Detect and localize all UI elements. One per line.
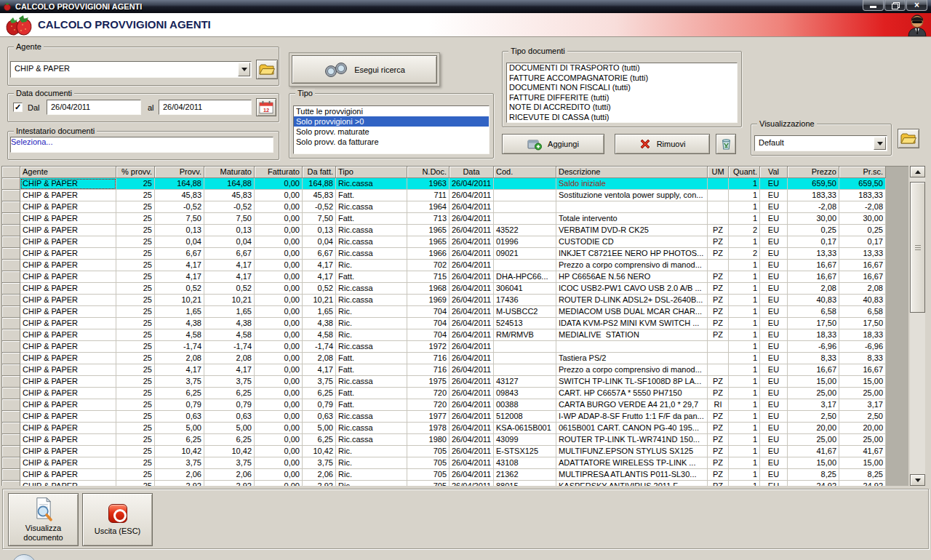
tipo-documenti-listbox[interactable]: DOCUMENTI DI TRASPORTO (tutti)FATTURE AC… [506,63,738,123]
vertical-scrollbar[interactable] [910,166,925,486]
minimize-button[interactable] [863,0,884,11]
restore-button[interactable] [884,0,906,11]
row-selector[interactable] [2,306,20,318]
table-row[interactable]: CHIP & PAPER252,062,060,002,06Ric.70526/… [2,469,886,481]
table-row[interactable]: CHIP & PAPER256,256,250,006,25Ric.cassa1… [2,434,886,446]
table-row[interactable]: CHIP & PAPER254,174,170,004,17Fatt.71626… [2,364,886,376]
scroll-down-button[interactable] [910,474,925,486]
table-row[interactable]: CHIP & PAPER25-0,52-0,520,00-0,52Ric.cas… [2,201,886,213]
table-row[interactable]: CHIP & PAPER252,082,080,002,08Fatt.71626… [2,353,886,364]
tipo-option[interactable]: Solo provv. da fatturare [294,137,489,147]
visualizza-documento-button[interactable]: Visualizza documento [8,493,79,546]
row-selector[interactable] [2,190,20,201]
column-header[interactable]: Pr.sc. [839,167,886,178]
tipo-documenti-option[interactable]: FATTURE ACCOMPAGNATORIE (tutti) [507,73,737,84]
esegui-ricerca-button[interactable]: Esegui ricerca [292,55,437,84]
tipo-option[interactable]: Solo provvigioni >0 [294,116,489,127]
row-selector[interactable] [2,364,20,376]
row-selector[interactable] [2,411,20,423]
clear-list-button[interactable] [716,134,736,154]
rimuovi-button[interactable]: Rimuovi [615,134,710,154]
title-bar[interactable]: CALCOLO PROVVIGIONI AGENTI × [0,0,931,13]
row-selector[interactable] [2,423,20,434]
table-row[interactable]: CHIP & PAPER254,174,170,004,17Ric.70226/… [2,260,886,271]
row-selector[interactable] [2,434,20,446]
aggiungi-button[interactable]: Aggiungi [502,134,604,154]
dropdown-arrow-icon[interactable] [874,137,886,150]
agente-folder-button[interactable] [256,60,278,79]
visualizzazione-folder-button[interactable] [898,129,919,148]
scrollbar-thumb[interactable] [910,182,925,313]
tipo-documenti-option[interactable]: FATTURE DIFFERITE (tutti) [507,93,737,103]
column-header[interactable]: Cod. [494,167,556,178]
table-row[interactable]: CHIP & PAPER250,790,790,000,79Fatt.72026… [2,399,886,411]
date-to-input[interactable]: 26/04/2011 [159,100,252,115]
table-row[interactable]: CHIP & PAPER251,651,650,001,65Ric.70426/… [2,306,886,318]
row-selector[interactable] [2,248,20,260]
column-header[interactable]: Val [760,167,788,178]
row-selector[interactable] [2,271,20,283]
column-header[interactable]: UM [708,167,729,178]
calendar-button[interactable]: 12 [256,98,276,116]
row-selector[interactable] [2,260,20,271]
column-header[interactable]: % provv. [116,167,155,178]
close-button[interactable]: × [906,0,927,11]
tipo-documenti-option[interactable]: DOCUMENTI DI TRASPORTO (tutti) [507,63,737,73]
row-selector-header[interactable] [2,167,20,178]
row-selector[interactable] [2,481,20,486]
row-selector[interactable] [2,236,20,248]
scroll-up-button[interactable] [910,166,925,177]
table-row[interactable]: CHIP & PAPER254,174,170,004,17Fatt.71526… [2,271,886,283]
help-bubble-icon[interactable] [12,554,36,560]
row-selector[interactable] [2,225,20,236]
column-header[interactable]: Agente [20,167,116,178]
column-header[interactable]: Data [449,167,494,178]
intestatario-field[interactable]: Seleziona... [10,137,273,153]
column-header[interactable]: Maturato [204,167,255,178]
table-row[interactable]: CHIP & PAPER252,922,920,002,92Ric.70526/… [2,481,886,486]
tipo-listbox[interactable]: Tutte le provvigioniSolo provvigioni >0S… [293,105,490,154]
row-selector[interactable] [2,341,20,353]
table-row[interactable]: CHIP & PAPER2510,4210,420,0010,42Ric.705… [2,446,886,457]
column-header[interactable]: Fatturato [255,167,303,178]
dal-checkbox[interactable]: ✓ [13,103,23,112]
row-selector[interactable] [2,388,20,399]
row-selector[interactable] [2,457,20,469]
row-selector[interactable] [2,446,20,457]
row-selector[interactable] [2,283,20,295]
table-row[interactable]: CHIP & PAPER250,520,520,000,52Ric.cassa1… [2,283,886,295]
tipo-documenti-option[interactable]: RICEVUTE DI CASSA (tutti) [507,113,737,123]
row-selector[interactable] [2,318,20,329]
row-selector[interactable] [2,178,20,190]
row-selector[interactable] [2,469,20,481]
tipo-option[interactable]: Tutte le provvigioni [294,106,489,116]
table-row[interactable]: CHIP & PAPER25-1,74-1,740,00-1,74Ric.cas… [2,341,886,353]
tipo-option[interactable]: Solo provv. maturate [294,127,489,137]
column-header[interactable]: Quant. [729,167,760,178]
tipo-documenti-option[interactable]: DOCUMENTI NON FISCALI (tutti) [507,83,737,93]
table-row[interactable]: CHIP & PAPER255,005,000,005,00Ric.cassa1… [2,423,886,434]
uscita-button[interactable]: Uscita (ESC) [82,493,153,546]
column-header[interactable]: Provv. [155,167,204,178]
tipo-documenti-option[interactable]: NOTE DI ACCREDITO (tutti) [507,103,737,113]
row-selector[interactable] [2,201,20,213]
row-selector[interactable] [2,376,20,388]
visualizzazione-combobox[interactable]: Default [754,135,887,151]
table-row[interactable]: CHIP & PAPER256,676,670,006,67Ric.cassa1… [2,248,886,260]
table-row[interactable]: CHIP & PAPER2510,2110,210,0010,21Ric.cas… [2,295,886,306]
table-row[interactable]: CHIP & PAPER2545,8345,830,0045,83Fatt.71… [2,190,886,201]
row-selector[interactable] [2,213,20,225]
row-selector[interactable] [2,295,20,306]
table-row[interactable]: CHIP & PAPER256,256,250,006,25Fatt.72026… [2,388,886,399]
date-from-input[interactable]: 26/04/2011 [47,100,141,115]
table-row[interactable]: CHIP & PAPER253,753,750,003,75Ric.cassa1… [2,376,886,388]
column-header[interactable]: Descrizione [556,167,708,178]
table-row[interactable]: CHIP & PAPER250,040,040,000,04Ric.cassa1… [2,236,886,248]
column-header[interactable]: N.Doc. [407,167,449,178]
column-header[interactable]: Da fatt. [303,167,336,178]
column-header[interactable]: Prezzo [788,167,839,178]
column-header[interactable]: Tipo [336,167,407,178]
dropdown-arrow-icon[interactable] [238,63,250,76]
table-row[interactable]: CHIP & PAPER254,584,580,004,58Ric.70426/… [2,329,886,341]
table-row[interactable]: CHIP & PAPER250,630,630,000,63Ric.cassa1… [2,411,886,423]
